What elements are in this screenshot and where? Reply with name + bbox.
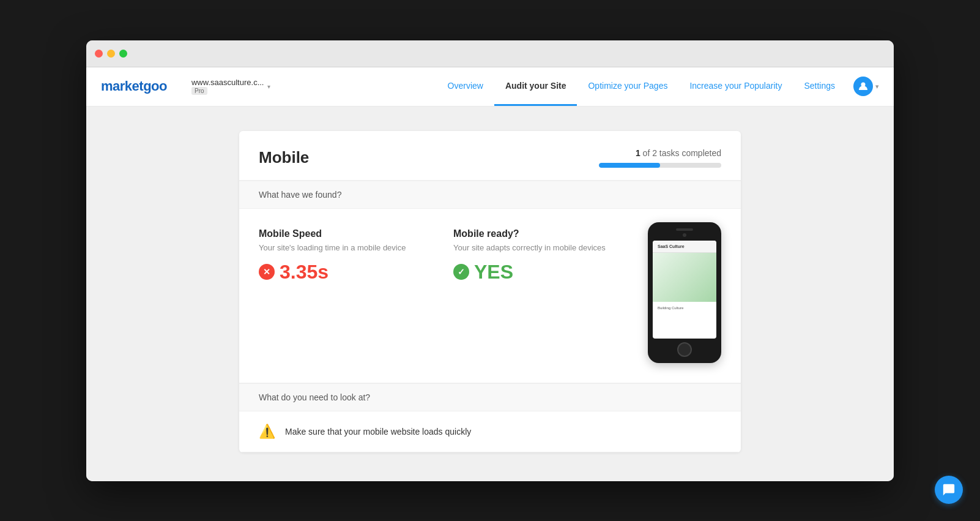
site-url: www.saasculture.c... [191, 78, 264, 87]
tasks-label: of 2 tasks completed [643, 148, 721, 158]
traffic-light-red[interactable] [95, 50, 103, 58]
browser-window: marketgoo www.saasculture.c... Pro ▾ Ove… [86, 40, 894, 481]
phone-outer: SaaS Culture Building Culture [648, 222, 721, 363]
card-header: Mobile 1 of 2 tasks completed [239, 131, 741, 181]
page-content: Mobile 1 of 2 tasks completed What have … [86, 107, 894, 481]
phone-screen-content: Building Culture [653, 302, 716, 314]
app-logo: marketgoo [101, 78, 167, 94]
mobile-ready-value: ✓ YES [453, 261, 623, 283]
warning-icon: ⚠️ [259, 424, 275, 440]
look-at-section: What do you need to look at? ⚠️ Make sur… [239, 383, 741, 452]
look-at-label: What do you need to look at? [239, 383, 741, 411]
nav-item-audit[interactable]: Audit your Site [494, 67, 577, 106]
nav-item-settings[interactable]: Settings [793, 67, 846, 106]
tasks-text: 1 of 2 tasks completed [599, 148, 721, 158]
chat-button[interactable] [935, 476, 963, 504]
phone-camera [683, 233, 686, 237]
mobile-speed-description: Your site's loading time in a mobile dev… [259, 243, 429, 252]
traffic-lights [95, 50, 127, 58]
nav-item-popularity[interactable]: Increase your Popularity [678, 67, 793, 106]
phone-mockup: SaaS Culture Building Culture [648, 222, 721, 363]
warning-text: Make sure that your mobile website loads… [285, 427, 471, 437]
avatar-dropdown-icon: ▾ [875, 83, 879, 91]
error-icon: ✕ [259, 264, 275, 280]
main-card: Mobile 1 of 2 tasks completed What have … [239, 131, 741, 452]
app-header: marketgoo www.saasculture.c... Pro ▾ Ove… [86, 67, 894, 107]
progress-bar-container [599, 163, 721, 168]
mobile-ready-description: Your site adapts correctly in mobile dev… [453, 243, 623, 252]
results-grid: Mobile Speed Your site's loading time in… [239, 209, 741, 383]
main-nav: Overview Audit your Site Optimize your P… [437, 67, 879, 106]
mobile-speed-value: ✕ 3.35s [259, 261, 429, 283]
warning-item: ⚠️ Make sure that your mobile website lo… [239, 411, 741, 452]
chevron-down-icon: ▾ [267, 83, 270, 90]
phone-bottom [653, 342, 716, 357]
phone-home-button [677, 342, 692, 357]
site-selector[interactable]: www.saasculture.c... Pro ▾ [191, 78, 271, 95]
mobile-ready-label: Mobile ready? [453, 228, 623, 239]
traffic-light-green[interactable] [119, 50, 127, 58]
phone-screen-header: SaaS Culture [653, 241, 716, 253]
phone-top [653, 228, 716, 237]
avatar[interactable] [853, 77, 873, 96]
site-url-wrapper: www.saasculture.c... Pro [191, 78, 264, 95]
mobile-speed-item: Mobile Speed Your site's loading time in… [259, 228, 429, 283]
progress-bar-fill [599, 163, 660, 168]
success-icon: ✓ [453, 264, 469, 280]
traffic-light-yellow[interactable] [107, 50, 115, 58]
nav-item-overview[interactable]: Overview [437, 67, 494, 106]
mobile-speed-label: Mobile Speed [259, 228, 429, 239]
tasks-current: 1 [636, 148, 640, 158]
tasks-info: 1 of 2 tasks completed [599, 148, 721, 168]
nav-item-optimize[interactable]: Optimize your Pages [577, 67, 678, 106]
mobile-ready-item: Mobile ready? Your site adapts correctly… [453, 228, 623, 283]
phone-speaker [676, 228, 693, 231]
page-title: Mobile [259, 148, 309, 167]
section-found-label: What have we found? [239, 181, 741, 209]
phone-screen-image [653, 253, 716, 302]
site-badge: Pro [191, 87, 207, 95]
phone-screen: SaaS Culture Building Culture [653, 241, 716, 339]
browser-titlebar [86, 40, 894, 67]
